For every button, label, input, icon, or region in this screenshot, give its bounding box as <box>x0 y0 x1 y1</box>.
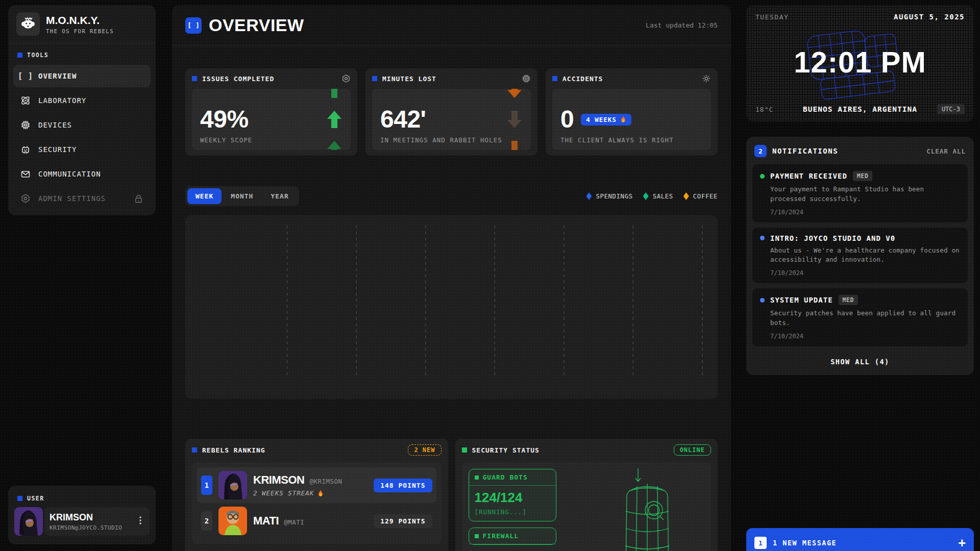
guard-bots-box: GUARD BOTS 124/124 [RUNNING...] <box>469 469 556 521</box>
legend-item-spendings[interactable]: SPENDINGS <box>586 192 632 200</box>
notification-item-system-update[interactable]: SYSTEM UPDATE MED Security patches have … <box>752 288 968 346</box>
notification-title: INTRO: JOYCO STUDIO AND V0 <box>770 234 895 242</box>
user-avatar <box>14 507 43 536</box>
chart-legend: SPENDINGS SALES COFFEE <box>586 192 718 200</box>
sidebar-item-label: ADMIN SETTINGS <box>38 194 106 203</box>
user-menu-button[interactable] <box>136 516 144 527</box>
sidebar-item-label: SECURITY <box>38 145 77 154</box>
guard-bots-status: [RUNNING...] <box>475 508 550 516</box>
tab-month[interactable]: MONTH <box>223 188 261 204</box>
rebel-streak: 2 WEEKS STREAK <box>253 489 368 497</box>
notification-date: 7/10/2024 <box>770 269 960 277</box>
hex-nut-icon <box>20 193 31 204</box>
legend-item-coffee[interactable]: COFFEE <box>683 192 718 200</box>
flame-icon <box>620 116 626 123</box>
atom-icon <box>20 95 31 106</box>
chip-icon[interactable] <box>522 74 531 83</box>
sidebar-item-label: COMMUNICATION <box>38 170 101 178</box>
guard-bots-label: GUARD BOTS <box>483 473 528 481</box>
sidebar-item-overview[interactable]: [ ] OVERVIEW <box>13 65 151 87</box>
user-panel: USER KRIMSON KRIMSON@JOYCO.STUDIO <box>8 486 156 544</box>
ranking-list: 1 KRIMSON @KRIMSON <box>192 462 442 544</box>
sidebar-item-admin-settings: ADMIN SETTINGS <box>13 187 151 210</box>
notification-dot <box>760 298 765 303</box>
notification-title: PAYMENT RECEIVED <box>770 172 847 180</box>
stat-card-accidents: ACCIDENTS 0 4 WEEKS THE CLIENT ALWAYS IS… <box>546 68 718 156</box>
points-badge: 129 POINTS <box>374 514 432 528</box>
notifications-panel: 2 NOTIFICATIONS CLEAR ALL PAYMENT RECEIV… <box>746 137 974 375</box>
sidebar-item-security[interactable]: SECURITY <box>13 138 151 161</box>
main-panel: [ ] OVERVIEW Last updated 12:05 ISSUES C… <box>172 5 731 551</box>
burst-icon[interactable] <box>702 74 711 83</box>
stat-value: 642' <box>380 107 523 132</box>
stat-label: ISSUES COMPLETED <box>202 75 274 83</box>
page-title: OVERVIEW <box>209 15 304 35</box>
new-badge: 2 NEW <box>408 444 441 456</box>
brackets-icon: [ ] <box>20 71 31 81</box>
sidebar: M.O.N.K.Y. THE OS FOR REBELS TOOLS [ ] O… <box>8 5 156 215</box>
sidebar-item-laboratory[interactable]: LABORATORY <box>13 89 151 112</box>
tab-year[interactable]: YEAR <box>262 188 297 204</box>
card-bullet <box>462 447 467 453</box>
chart-card <box>185 215 718 399</box>
chart-svg <box>187 217 716 397</box>
notifications-title: NOTIFICATIONS <box>772 147 838 155</box>
sidebar-item-communication[interactable]: COMMUNICATION <box>13 163 151 185</box>
security-status-card: SECURITY STATUS ONLINE GUARD BOTS 124/12… <box>455 439 718 551</box>
rank-badge: 2 <box>201 511 212 531</box>
trend-up-icon <box>324 89 345 150</box>
tab-week[interactable]: WEEK <box>187 188 222 204</box>
tools-label: TOOLS <box>27 52 48 59</box>
notification-dot <box>760 174 765 179</box>
trend-down-icon <box>504 89 525 150</box>
page-header: [ ] OVERVIEW Last updated 12:05 <box>172 5 731 46</box>
card-bullet <box>192 447 197 453</box>
card-bullet <box>192 76 197 81</box>
rebel-name: MATI <box>253 514 279 528</box>
notification-item-payment[interactable]: PAYMENT RECEIVED MED Your payment to Ram… <box>752 164 968 222</box>
clear-all-button[interactable]: CLEAR ALL <box>926 147 966 155</box>
guard-bots-count: 124/124 <box>475 490 550 506</box>
rebel-avatar <box>218 507 247 535</box>
stat-card-issues-completed: ISSUES COMPLETED 49% WEEKLY SCOPE <box>185 68 357 156</box>
stat-value: 0 <box>560 107 574 132</box>
user-name: KRIMSON <box>50 512 136 523</box>
notification-date: 7/10/2024 <box>770 333 960 340</box>
chart-toolbar: WEEK MONTH YEAR SPENDINGS SALES COFFEE <box>185 186 718 206</box>
clock-date: AUGUST 5, 2025 <box>894 13 965 21</box>
firewall-label: FIREWALL <box>483 532 519 540</box>
new-message-bar[interactable]: 1 1 NEW MESSAGE + <box>746 528 974 551</box>
streak-badge: 4 WEEKS <box>581 114 631 126</box>
rebel-avatar <box>218 471 247 499</box>
points-badge: 148 POINTS <box>374 479 432 492</box>
rebel-handle: @MATI <box>284 518 304 526</box>
rank-badge: 1 <box>201 475 212 495</box>
diamond-icon <box>586 192 592 200</box>
clock-widget: TUESDAY AUGUST 5, 2025 12:01 PM 18°C BUE… <box>746 5 974 121</box>
message-label: 1 NEW MESSAGE <box>773 539 837 547</box>
stat-card-minutes-lost: MINUTES LOST 642' IN MEETINGS AND RABBIT… <box>365 68 537 156</box>
rebel-name: KRIMSON <box>253 473 304 487</box>
bottom-row: REBELS RANKING 2 NEW 1 <box>185 439 718 551</box>
clock-day: TUESDAY <box>755 13 789 21</box>
user-email: KRIMSON@JOYCO.STUDIO <box>50 524 136 531</box>
legend-item-sales[interactable]: SALES <box>643 192 673 200</box>
show-all-button[interactable]: SHOW ALL (4) <box>752 352 968 369</box>
app-title: M.O.N.K.Y. <box>46 14 114 27</box>
notification-dot <box>760 236 765 240</box>
user-label: USER <box>27 495 44 502</box>
notification-body: About us - We're a healthcare company fo… <box>770 246 960 265</box>
ranking-row-1[interactable]: 1 KRIMSON @KRIMSON <box>197 467 436 503</box>
notification-item-intro[interactable]: INTRO: JOYCO STUDIO AND V0 About us - We… <box>752 228 968 284</box>
sidebar-item-label: LABORATORY <box>38 96 86 105</box>
sidebar-item-devices[interactable]: DEVICES <box>13 114 151 136</box>
message-count-badge: 1 <box>754 537 767 549</box>
online-badge: ONLINE <box>674 444 711 456</box>
priority-badge: MED <box>839 295 858 305</box>
add-message-button[interactable]: + <box>959 537 966 549</box>
stat-label: MINUTES LOST <box>382 75 436 83</box>
clock-utc-offset: UTC-3 <box>937 104 965 114</box>
ranking-row-2[interactable]: 2 MATI @MA <box>197 503 436 539</box>
notification-body: Your payment to Rampant Studio has been … <box>770 185 960 204</box>
hex-nut-icon[interactable] <box>341 74 351 83</box>
